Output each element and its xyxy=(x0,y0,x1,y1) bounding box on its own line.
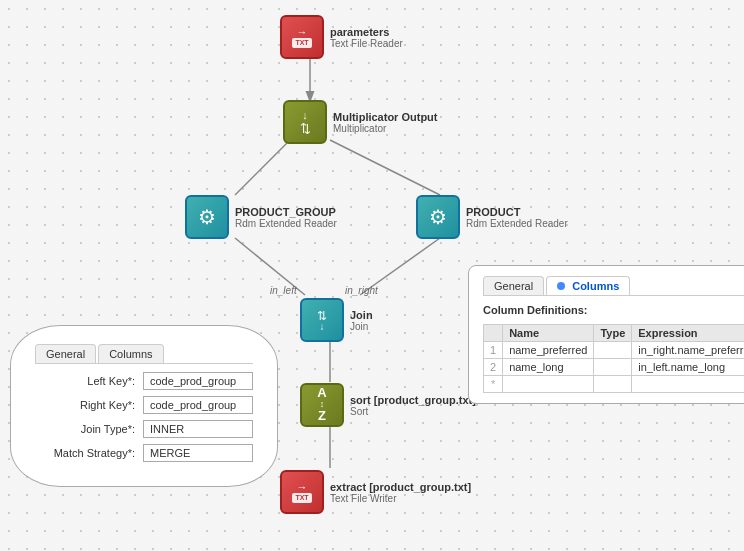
in-right-label: in_right xyxy=(345,285,378,296)
node-extract[interactable]: → TXT extract [product_group.txt] Text F… xyxy=(280,470,471,514)
node-parameters-label: parameters Text File Reader xyxy=(330,26,403,49)
tab-dot xyxy=(557,282,565,290)
tab-columns-col[interactable]: Columns xyxy=(546,276,630,295)
node-join-label: Join Join xyxy=(350,309,373,332)
gear-icon: ⚙ xyxy=(198,205,216,229)
left-key-input[interactable]: code_prod_group xyxy=(143,372,253,390)
row-2-expression: in_left.name_long xyxy=(632,359,744,376)
svg-line-2 xyxy=(330,140,440,195)
node-product-group-label: PRODUCT_GROUP Rdm Extended Reader xyxy=(235,206,337,229)
panel-columns: General Columns Column Definitions: Name… xyxy=(468,265,744,404)
tab-general-inactive[interactable]: General xyxy=(35,344,96,363)
node-parameters-icon: → TXT xyxy=(280,15,324,59)
node-multiplicator-icon: ↓ ⇅ xyxy=(283,100,327,144)
col-header-expression: Expression xyxy=(632,325,744,342)
gear-icon-2: ⚙ xyxy=(429,205,447,229)
column-definitions-title: Column Definitions: xyxy=(483,304,744,316)
row-new-type xyxy=(594,376,632,393)
row-new-expression xyxy=(632,376,744,393)
match-strategy-row: Match Strategy*: MERGE xyxy=(35,444,253,462)
node-join-icon: ⇅ ↓ xyxy=(300,298,344,342)
tab-columns-inactive[interactable]: Columns xyxy=(98,344,163,363)
node-product-label: PRODUCT Rdm Extended Reader xyxy=(466,206,568,229)
node-extract-label: extract [product_group.txt] Text File Wr… xyxy=(330,481,471,504)
node-extract-icon: → TXT xyxy=(280,470,324,514)
join-type-input[interactable]: INNER xyxy=(143,420,253,438)
table-row-new[interactable]: * xyxy=(484,376,745,393)
node-sort[interactable]: A ↕ Z sort [product_group.txt] Sort xyxy=(300,383,476,427)
workflow-canvas: → TXT parameters Text File Reader ↓ ⇅ Mu… xyxy=(0,0,744,551)
columns-table: Name Type Expression 1 name_preferred in… xyxy=(483,324,744,393)
node-product-icon: ⚙ xyxy=(416,195,460,239)
col-header-type: Type xyxy=(594,325,632,342)
node-multiplicator-label: Multiplicator Output Multiplicator xyxy=(333,111,437,134)
row-1-name: name_preferred xyxy=(503,342,594,359)
in-left-label: in_left xyxy=(270,285,297,296)
row-1-num: 1 xyxy=(484,342,503,359)
col-header-name: Name xyxy=(503,325,594,342)
node-multiplicator[interactable]: ↓ ⇅ Multiplicator Output Multiplicator xyxy=(283,100,437,144)
col-header-num xyxy=(484,325,503,342)
right-key-input[interactable]: code_prod_group xyxy=(143,396,253,414)
row-2-num: 2 xyxy=(484,359,503,376)
row-2-name: name_long xyxy=(503,359,594,376)
svg-line-1 xyxy=(235,140,290,195)
panel-columns-tabs: General Columns xyxy=(483,276,744,296)
right-key-row: Right Key*: code_prod_group xyxy=(35,396,253,414)
table-row: 1 name_preferred in_right.name_preferred xyxy=(484,342,745,359)
node-sort-icon: A ↕ Z xyxy=(300,383,344,427)
node-product[interactable]: ⚙ PRODUCT Rdm Extended Reader xyxy=(416,195,568,239)
node-parameters[interactable]: → TXT parameters Text File Reader xyxy=(280,15,403,59)
node-product-group[interactable]: ⚙ PRODUCT_GROUP Rdm Extended Reader xyxy=(185,195,337,239)
row-new-num: * xyxy=(484,376,503,393)
panel-general-tabs: General Columns xyxy=(35,344,253,364)
node-product-group-icon: ⚙ xyxy=(185,195,229,239)
row-1-type xyxy=(594,342,632,359)
left-key-row: Left Key*: code_prod_group xyxy=(35,372,253,390)
match-strategy-input[interactable]: MERGE xyxy=(143,444,253,462)
panel-general: General Columns Left Key*: code_prod_gro… xyxy=(10,325,278,487)
tab-general-col[interactable]: General xyxy=(483,276,544,295)
row-new-name xyxy=(503,376,594,393)
join-type-row: Join Type*: INNER xyxy=(35,420,253,438)
table-row: 2 name_long in_left.name_long xyxy=(484,359,745,376)
node-join[interactable]: ⇅ ↓ Join Join xyxy=(300,298,373,342)
row-2-type xyxy=(594,359,632,376)
node-sort-label: sort [product_group.txt] Sort xyxy=(350,394,476,417)
row-1-expression: in_right.name_preferred xyxy=(632,342,744,359)
